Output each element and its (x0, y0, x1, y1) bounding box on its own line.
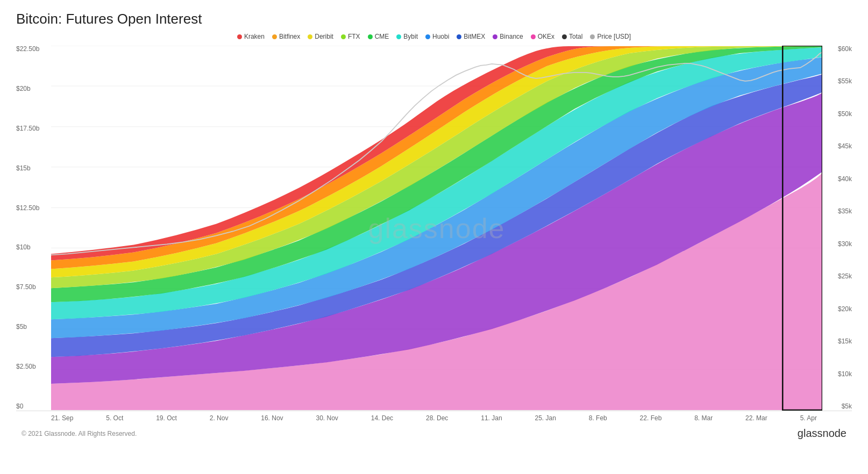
y-axis-right-label: $55k (822, 78, 852, 84)
legend-dot (531, 34, 536, 39)
legend-item: BitMEX (457, 33, 485, 40)
x-axis-label: 2. Nov (210, 414, 229, 422)
legend-item: Kraken (237, 33, 265, 40)
legend-dot (341, 34, 346, 39)
legend-dot (368, 34, 373, 39)
x-axis-label: 22. Feb (640, 414, 662, 422)
x-axis-label: 5. Apr (800, 414, 817, 422)
x-axis-label: 11. Jan (481, 414, 502, 422)
legend-label: Huobi (432, 33, 449, 40)
footer: © 2021 Glassnode. All Rights Reserved. g… (16, 427, 852, 440)
legend-dot (562, 34, 567, 39)
x-axis-label: 19. Oct (156, 414, 177, 422)
y-axis-left-label: $10b (16, 244, 51, 250)
legend-item: OKEx (531, 33, 554, 40)
legend-label: Binance (500, 33, 523, 40)
x-axis-label: 28. Dec (426, 414, 448, 422)
legend-dot (590, 34, 595, 39)
y-axis-right-label: $15k (822, 338, 852, 344)
y-axis-right-label: $25k (822, 273, 852, 279)
chart-plot: glassnode (51, 46, 822, 411)
y-axis-left-label: $5b (16, 324, 51, 330)
legend-label: BitMEX (464, 33, 485, 40)
y-axis-left-label: $7.50b (16, 284, 51, 290)
legend-label: FTX (348, 33, 360, 40)
x-axis-label: 8. Feb (589, 414, 607, 422)
legend-item: Bybit (396, 33, 418, 40)
legend-label: Total (569, 33, 582, 40)
legend-label: Bybit (403, 33, 418, 40)
chart-legend: KrakenBitfinexDeribitFTXCMEBybitHuobiBit… (16, 33, 852, 40)
y-axis-right-label: $10k (822, 371, 852, 377)
legend-item: Bitfinex (272, 33, 300, 40)
legend-dot (272, 34, 277, 39)
y-axis-left-label: $12.50b (16, 205, 51, 211)
y-axis-left-label: $22.50b (16, 46, 51, 52)
y-axis-right-label: $50k (822, 111, 852, 117)
y-axis-right: $60k$55k$50k$45k$40k$35k$30k$25k$20k$15k… (822, 46, 852, 411)
legend-item: Price [USD] (590, 33, 631, 40)
y-axis-left: $22.50b$20b$17.50b$15b$12.50b$10b$7.50b$… (16, 46, 51, 411)
y-axis-right-label: $45k (822, 143, 852, 149)
y-axis-right-label: $40k (822, 176, 852, 182)
legend-label: CME (375, 33, 389, 40)
footer-logo: glassnode (798, 427, 846, 440)
legend-item: Deribit (308, 33, 333, 40)
legend-dot (425, 34, 430, 39)
y-axis-left-label: $17.50b (16, 125, 51, 132)
legend-label: Price [USD] (597, 33, 631, 40)
legend-item: Total (562, 33, 582, 40)
page-title: Bitcoin: Futures Open Interest (16, 11, 852, 27)
x-axis-label: 14. Dec (371, 414, 393, 422)
x-axis-label: 5. Oct (106, 414, 123, 422)
legend-label: Deribit (315, 33, 333, 40)
legend-item: Huobi (425, 33, 449, 40)
x-axis: 21. Sep5. Oct19. Oct2. Nov16. Nov30. Nov… (16, 411, 852, 422)
legend-label: OKEx (538, 33, 554, 40)
y-axis-left-label: $15b (16, 165, 51, 171)
x-axis-label: 21. Sep (51, 414, 73, 422)
legend-dot (396, 34, 401, 39)
y-axis-right-label: $20k (822, 306, 852, 312)
y-axis-left-label: $2.50b (16, 363, 51, 370)
x-axis-label: 25. Jan (535, 414, 556, 422)
legend-item: FTX (341, 33, 360, 40)
chart-area: $22.50b$20b$17.50b$15b$12.50b$10b$7.50b$… (16, 46, 852, 411)
legend-dot (493, 34, 497, 39)
legend-label: Bitfinex (279, 33, 300, 40)
legend-item: CME (368, 33, 389, 40)
legend-label: Kraken (244, 33, 265, 40)
x-axis-label: 22. Mar (745, 414, 767, 422)
page-container: Bitcoin: Futures Open Interest KrakenBit… (0, 0, 868, 474)
legend-item: Binance (493, 33, 523, 40)
y-axis-left-label: $20b (16, 85, 51, 92)
footer-copyright: © 2021 Glassnode. All Rights Reserved. (22, 430, 137, 437)
y-axis-left-label: $0 (16, 403, 51, 410)
legend-dot (237, 34, 242, 39)
legend-dot (457, 34, 461, 39)
x-axis-label: 30. Nov (316, 414, 338, 422)
y-axis-right-label: $35k (822, 208, 852, 214)
y-axis-right-label: $30k (822, 241, 852, 247)
x-axis-label: 8. Mar (694, 414, 713, 422)
y-axis-right-label: $60k (822, 46, 852, 52)
y-axis-right-label: $5k (822, 403, 852, 410)
legend-dot (308, 34, 312, 39)
x-axis-label: 16. Nov (261, 414, 283, 422)
